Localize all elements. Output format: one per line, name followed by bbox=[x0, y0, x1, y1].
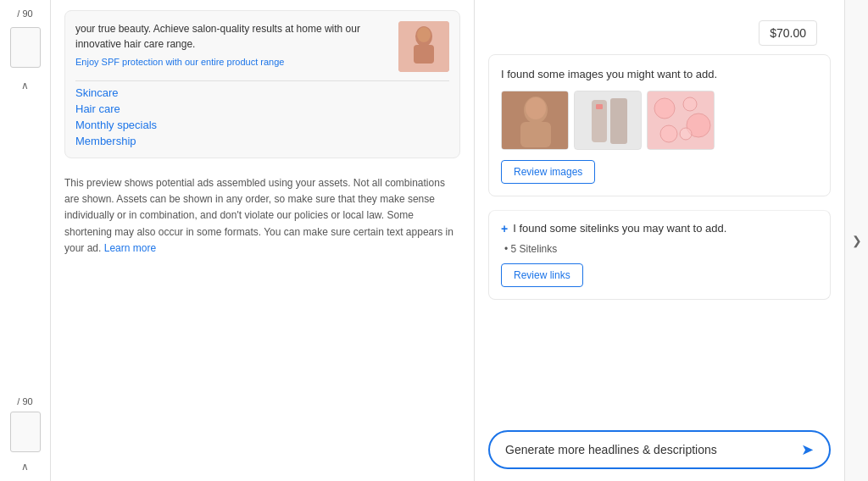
ad-preview-top: your true beauty. Achieve salon-quality … bbox=[75, 21, 449, 72]
woman-image-icon bbox=[398, 21, 449, 72]
generate-button[interactable]: Generate more headlines & descriptions ➤ bbox=[488, 430, 831, 469]
plus-icon: + bbox=[501, 222, 508, 235]
ad-links: Skincare Hair care Monthly specials Memb… bbox=[75, 80, 449, 147]
image-thumb-bubbles bbox=[647, 91, 715, 150]
svg-point-7 bbox=[526, 97, 546, 119]
svg-rect-6 bbox=[520, 122, 551, 147]
svg-rect-2 bbox=[414, 45, 434, 64]
svg-point-17 bbox=[680, 128, 692, 140]
svg-point-3 bbox=[417, 27, 431, 42]
images-row bbox=[501, 91, 818, 150]
review-links-button[interactable]: Review links bbox=[501, 263, 583, 287]
generate-section: Generate more headlines & descriptions ➤ bbox=[488, 423, 831, 469]
counter-top: / 90 bbox=[17, 8, 32, 19]
product-thumb-icon bbox=[575, 91, 642, 150]
generate-button-label: Generate more headlines & descriptions bbox=[505, 443, 717, 456]
notice-text: This preview shows potential ads assembl… bbox=[64, 175, 460, 257]
left-panel: your true beauty. Achieve salon-quality … bbox=[51, 0, 475, 481]
svg-point-14 bbox=[683, 97, 697, 111]
ad-link-monthly-specials[interactable]: Monthly specials bbox=[75, 119, 449, 131]
svg-point-16 bbox=[660, 125, 677, 142]
bullet-icon: • bbox=[504, 243, 508, 255]
sitelinks-title: I found some sitelinks you may want to a… bbox=[513, 221, 726, 236]
svg-point-13 bbox=[654, 98, 675, 119]
image-thumb-product bbox=[574, 91, 642, 150]
image-thumb-woman bbox=[501, 91, 569, 150]
counter-bottom: / 90 bbox=[17, 396, 32, 406]
woman-thumb-icon bbox=[502, 91, 569, 150]
right-panel: $70.00 I found some images you might wan… bbox=[475, 0, 844, 481]
sidebar-chevron-up2[interactable]: ∧ bbox=[21, 461, 29, 473]
sitelinks-header: + I found some sitelinks you may want to… bbox=[501, 221, 818, 236]
sitelinks-count: • 5 Sitelinks bbox=[501, 243, 818, 255]
images-section-title: I found some images you might want to ad… bbox=[501, 67, 818, 82]
ad-link-skincare[interactable]: Skincare bbox=[75, 86, 449, 99]
chevron-right-icon[interactable]: ❯ bbox=[852, 234, 862, 247]
send-icon: ➤ bbox=[801, 440, 814, 459]
images-section: I found some images you might want to ad… bbox=[488, 54, 831, 196]
sidebar-thumbnail-bottom bbox=[10, 412, 41, 452]
review-images-button[interactable]: Review images bbox=[501, 160, 595, 184]
svg-rect-11 bbox=[596, 104, 603, 109]
right-sidebar: ❯ bbox=[844, 0, 868, 481]
sidebar-thumbnail bbox=[10, 27, 41, 68]
main-content: your true beauty. Achieve salon-quality … bbox=[51, 0, 844, 481]
sidebar-chevron-up[interactable]: ∧ bbox=[21, 80, 29, 91]
ad-link-membership[interactable]: Membership bbox=[75, 135, 449, 147]
ad-preview-text: your true beauty. Achieve salon-quality … bbox=[75, 21, 388, 72]
sitelinks-section: + I found some sitelinks you may want to… bbox=[488, 210, 831, 300]
ad-body-text: your true beauty. Achieve salon-quality … bbox=[75, 21, 388, 52]
ad-highlight-text: Enjoy SPF protection with our entire pro… bbox=[75, 55, 388, 69]
left-sidebar: / 90 ∧ / 90 ∧ bbox=[0, 0, 51, 481]
ad-link-haircare[interactable]: Hair care bbox=[75, 102, 449, 115]
bubbles-thumb-icon bbox=[648, 91, 715, 150]
ad-preview-card: your true beauty. Achieve salon-quality … bbox=[64, 10, 460, 158]
ad-preview-image bbox=[398, 21, 449, 72]
svg-rect-10 bbox=[610, 98, 627, 144]
svg-rect-8 bbox=[575, 91, 642, 150]
price-badge: $70.00 bbox=[759, 20, 817, 46]
learn-more-link[interactable]: Learn more bbox=[104, 242, 156, 254]
